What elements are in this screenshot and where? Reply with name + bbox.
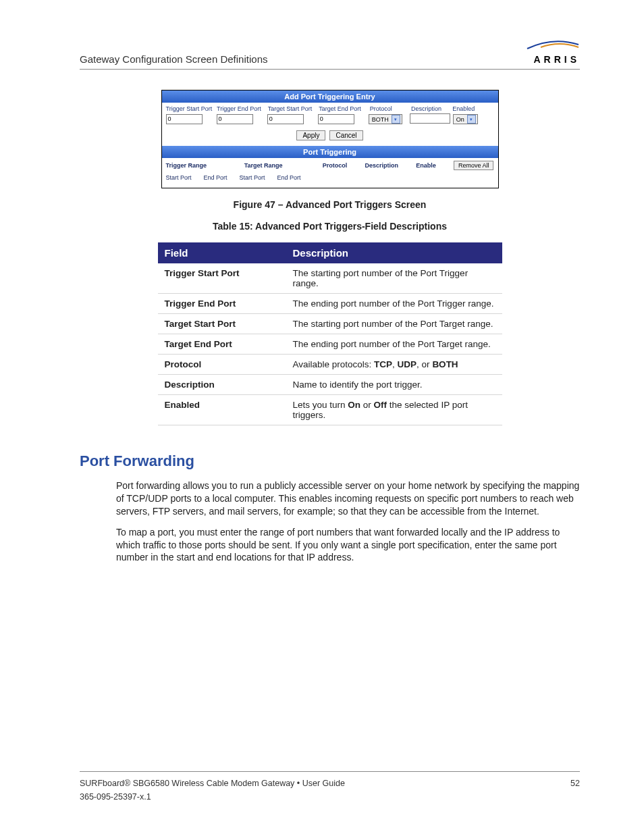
sub-start-port-2: Start Port xyxy=(240,174,265,181)
add-entry-bar: Add Port Triggering Entry xyxy=(162,90,498,103)
field-desc: Lets you turn On or Off the selected IP … xyxy=(286,395,502,425)
table-row: Trigger End Port The ending port number … xyxy=(158,294,502,314)
footer-page-number: 52 xyxy=(570,779,580,788)
field-desc: The ending port number of the Port Trigg… xyxy=(286,294,502,314)
doc-header: Gateway Configuration Screen Definitions… xyxy=(80,41,580,70)
header-description: Description xyxy=(411,105,452,112)
table-row: Description Name to identify the port tr… xyxy=(158,375,502,395)
port-trigger-subheaders: Trigger Range Target Range Protocol Desc… xyxy=(162,158,498,173)
table-caption: Table 15: Advanced Port Triggers-Field D… xyxy=(80,221,580,232)
doc-header-title: Gateway Configuration Screen Definitions xyxy=(80,53,267,65)
field-name: Enabled xyxy=(158,395,286,425)
trigger-end-input[interactable]: 0 xyxy=(217,114,253,124)
target-end-input[interactable]: 0 xyxy=(318,114,354,124)
header-target-end: Target End Port xyxy=(319,105,370,112)
header-enabled: Enabled xyxy=(452,105,493,112)
sub-end-port-1: End Port xyxy=(204,174,227,181)
field-desc: The starting port number of the Port Tar… xyxy=(286,314,502,334)
field-name: Trigger End Port xyxy=(158,294,286,314)
header-target-start: Target Start Port xyxy=(268,105,319,112)
body-paragraph: Port forwarding allows you to run a publ… xyxy=(116,479,580,518)
sub-target-range: Target Range xyxy=(244,162,305,169)
table-row: Target End Port The ending port number o… xyxy=(158,334,502,355)
trigger-start-input[interactable]: 0 xyxy=(166,114,203,124)
body-paragraph: To map a port, you must enter the range … xyxy=(116,526,580,565)
arris-logo-text: ARRIS xyxy=(526,54,580,65)
th-description: Description xyxy=(286,242,502,263)
port-trigger-subrow: Start Port End Port Start Port End Port xyxy=(162,173,498,188)
header-protocol: Protocol xyxy=(370,105,411,112)
table-row: Enabled Lets you turn On or Off the sele… xyxy=(158,395,502,425)
description-input[interactable] xyxy=(410,113,450,124)
sub-trigger-range: Trigger Range xyxy=(166,162,227,169)
cancel-button[interactable]: Cancel xyxy=(329,130,363,140)
chevron-down-icon: ▾ xyxy=(392,115,400,124)
field-name: Target Start Port xyxy=(158,314,286,334)
protocol-value: BOTH xyxy=(372,116,389,123)
field-name: Description xyxy=(158,375,286,395)
field-name: Trigger Start Port xyxy=(158,263,286,294)
field-desc: Available protocols: TCP, UDP, or BOTH xyxy=(286,355,502,375)
sub-description: Description xyxy=(365,162,399,169)
doc-footer: SURFboard® SBG6580 Wireless Cable Modem … xyxy=(80,771,580,802)
protocol-select[interactable]: BOTH ▾ xyxy=(369,114,402,124)
sub-protocol: Protocol xyxy=(323,162,348,169)
field-name: Protocol xyxy=(158,355,286,375)
enabled-select[interactable]: On ▾ xyxy=(453,114,478,124)
remove-all-button[interactable]: Remove All xyxy=(454,161,494,170)
footer-docnum: 365-095-25397-x.1 xyxy=(80,792,580,802)
table-row: Trigger Start Port The starting port num… xyxy=(158,263,502,294)
enabled-value: On xyxy=(456,116,464,123)
field-desc: The ending port number of the Port Targe… xyxy=(286,334,502,355)
sub-enable: Enable xyxy=(416,162,436,169)
arris-logo: ARRIS xyxy=(526,41,580,65)
port-trigger-screenshot: Add Port Triggering Entry Trigger Start … xyxy=(161,90,499,188)
apply-button[interactable]: Apply xyxy=(296,130,325,140)
table-row: Target Start Port The starting port numb… xyxy=(158,314,502,334)
field-name: Target End Port xyxy=(158,334,286,355)
field-description-table: Field Description Trigger Start Port The… xyxy=(158,242,502,425)
footer-product: SURFboard® SBG6580 Wireless Cable Modem … xyxy=(80,779,345,788)
field-desc: Name to identify the port trigger. xyxy=(286,375,502,395)
th-field: Field xyxy=(158,242,286,263)
table-row: Protocol Available protocols: TCP, UDP, … xyxy=(158,355,502,375)
field-desc: The starting port number of the Port Tri… xyxy=(286,263,502,294)
arris-swoosh-icon xyxy=(526,41,580,50)
add-entry-headers: Trigger Start Port Trigger End Port Targ… xyxy=(162,103,498,113)
port-triggering-bar: Port Triggering xyxy=(162,146,498,158)
add-entry-inputs: 0 0 0 0 BOTH ▾ On ▾ xyxy=(162,113,498,130)
chevron-down-icon: ▾ xyxy=(467,115,476,124)
section-heading: Port Forwarding xyxy=(80,452,580,470)
sub-end-port-2: End Port xyxy=(277,174,301,181)
header-trigger-end: Trigger End Port xyxy=(217,105,268,112)
target-start-input[interactable]: 0 xyxy=(267,114,304,124)
header-trigger-start: Trigger Start Port xyxy=(166,105,217,112)
figure-caption: Figure 47 – Advanced Port Triggers Scree… xyxy=(80,199,580,210)
sub-start-port-1: Start Port xyxy=(166,174,192,181)
